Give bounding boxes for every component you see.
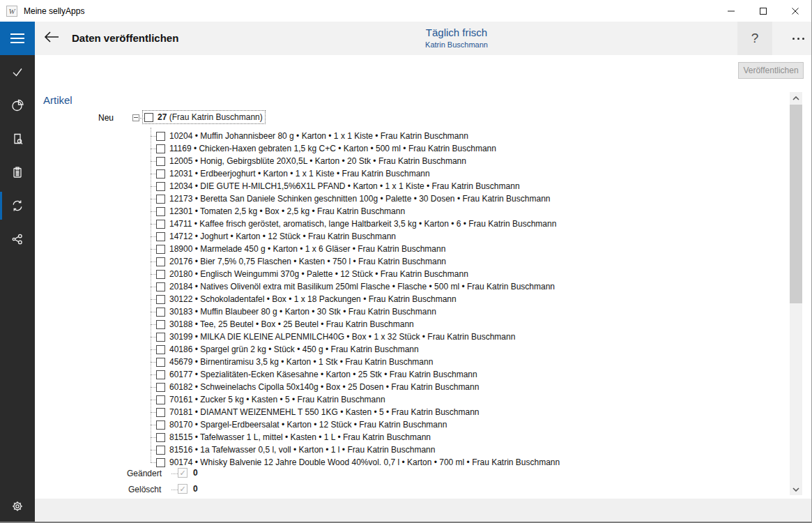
- article-checkbox[interactable]: [156, 132, 165, 141]
- article-checkbox[interactable]: [156, 320, 165, 329]
- article-row[interactable]: 30199 • MILKA DIE KLEINE ALPENMILCH40G •…: [70, 331, 560, 343]
- article-checkbox[interactable]: [156, 408, 165, 417]
- ellipsis-icon: [792, 38, 795, 40]
- publish-button[interactable]: Veröffentlichen: [738, 62, 804, 79]
- root-checkbox[interactable]: [144, 113, 153, 122]
- article-checkbox[interactable]: [156, 232, 165, 241]
- scroll-up-button[interactable]: [790, 92, 802, 104]
- article-label: 60177 • Spezialitäten-Ecken Käsesahne • …: [169, 370, 477, 379]
- article-row[interactable]: 12031 • Erdbeerjoghurt • Karton • 1 x 1 …: [70, 167, 560, 180]
- article-label: 10204 • Muffin Johannisbeer 80 g • Karto…: [169, 131, 468, 141]
- scroll-down-button[interactable]: [790, 483, 802, 495]
- article-label: 90174 • Whisky Balvenie 12 Jahre Double …: [169, 457, 560, 467]
- sidebar-item-tasks[interactable]: [0, 55, 35, 89]
- context-title: Täglich frisch: [380, 26, 533, 40]
- sidebar-item-statistics[interactable]: [0, 89, 35, 122]
- article-checkbox[interactable]: [156, 207, 165, 216]
- article-checkbox[interactable]: [156, 195, 165, 204]
- article-label: 12034 • DIE GUTE H-MILCH1,5%6X1L PFAND •…: [169, 181, 520, 191]
- article-checkbox[interactable]: [156, 345, 165, 354]
- article-checkbox[interactable]: [156, 220, 165, 229]
- article-checkbox[interactable]: [156, 182, 165, 191]
- article-row[interactable]: 30122 • Schokoladentafel • Box • 1 x 18 …: [70, 293, 560, 305]
- article-label: 14712 • Joghurt • Karton • 12 Stück • Fr…: [169, 232, 396, 241]
- article-checkbox[interactable]: [156, 395, 165, 404]
- article-row[interactable]: 40186 • Spargel grün 2 kg • Stück • 450 …: [70, 343, 560, 356]
- sidebar-item-reports[interactable]: [0, 122, 35, 156]
- article-row[interactable]: 20180 • Englisch Weingummi 370g • Palett…: [70, 268, 560, 280]
- article-checkbox[interactable]: [156, 270, 165, 279]
- minimize-button[interactable]: [715, 0, 747, 22]
- article-row[interactable]: 20184 • Natives Olivenöl extra mit Basil…: [70, 280, 560, 293]
- article-checkbox[interactable]: [156, 144, 165, 153]
- article-row[interactable]: 80170 • Spargel-Erdbeersalat • Karton • …: [70, 418, 560, 431]
- article-checkbox[interactable]: [156, 446, 165, 455]
- article-row[interactable]: 14711 • Kaffee frisch geröstet, aromatis…: [70, 218, 560, 230]
- report-search-icon: [10, 132, 24, 146]
- article-row[interactable]: 60182 • Schweinelachs Cipolla 50x140g • …: [70, 381, 560, 393]
- clipboard-icon: [10, 165, 24, 179]
- article-checkbox[interactable]: [156, 257, 165, 266]
- article-checkbox[interactable]: [156, 333, 165, 342]
- article-label: 14711 • Kaffee frisch geröstet, aromatis…: [169, 219, 556, 229]
- sidebar-item-sync[interactable]: [0, 189, 35, 222]
- article-row[interactable]: 12173 • Beretta San Daniele Schinken ges…: [70, 192, 560, 205]
- context-block: Täglich frisch Katrin Buschmann: [380, 26, 533, 50]
- article-row[interactable]: 81515 • Tafelwasser 1 L, mittel • Kasten…: [70, 431, 560, 444]
- article-row[interactable]: 12034 • DIE GUTE H-MILCH1,5%6X1L PFAND •…: [70, 180, 560, 192]
- article-label: 70161 • Zucker 5 kg • Kasten • 5 • Frau …: [169, 395, 385, 404]
- sidebar-item-share[interactable]: [0, 222, 35, 256]
- article-row[interactable]: 12005 • Honig, Gebirgsblüte 20X0,5L • Ka…: [70, 155, 560, 167]
- vertical-scrollbar[interactable]: [790, 92, 802, 495]
- maximize-icon: [759, 7, 767, 15]
- article-row[interactable]: 70161 • Zucker 5 kg • Kasten • 5 • Frau …: [70, 393, 560, 406]
- help-button[interactable]: ?: [737, 22, 772, 55]
- article-checkbox[interactable]: [156, 157, 165, 166]
- close-button[interactable]: [779, 0, 811, 22]
- scrollbar-thumb[interactable]: [790, 105, 802, 303]
- article-label: 40186 • Spargel grün 2 kg • Stück • 450 …: [169, 344, 419, 354]
- sidebar-item-settings[interactable]: [0, 490, 35, 523]
- article-checkbox[interactable]: [156, 282, 165, 291]
- article-checkbox[interactable]: [156, 245, 165, 254]
- article-checkbox[interactable]: [156, 383, 165, 392]
- article-row[interactable]: 20176 • Bier 7,5% 0,75 Flaschen • Kasten…: [70, 255, 560, 268]
- tree-collapse-toggle[interactable]: [132, 114, 139, 121]
- main-content: Veröffentlichen Artikel Neu 27 (Frau Kat…: [35, 55, 812, 499]
- sync-icon: [10, 199, 24, 213]
- article-label: 12301 • Tomaten 2,5 kg • Box • 2,5 kg • …: [169, 206, 405, 216]
- deleted-label: Gelöscht: [128, 485, 161, 494]
- article-checkbox[interactable]: [156, 370, 165, 379]
- article-row[interactable]: 90174 • Whisky Balvenie 12 Jahre Double …: [70, 456, 560, 469]
- article-checkbox[interactable]: [156, 295, 165, 304]
- article-checkbox[interactable]: [156, 420, 165, 430]
- sidebar-item-orders[interactable]: [0, 156, 35, 189]
- article-row[interactable]: 81516 • 1a Tafelwasser 0,5 l, voll • Kar…: [70, 444, 560, 456]
- article-row[interactable]: 45679 • Birnentiramisu 3,5 kg • Karton •…: [70, 356, 560, 368]
- article-checkbox[interactable]: [156, 458, 165, 467]
- article-row[interactable]: 11169 • Chicken-Haxen gebraten 1,5 kg C+…: [70, 142, 560, 155]
- tree-connector: [171, 490, 178, 490]
- article-row[interactable]: 70181 • DIAMANT WEIZENMEHL T 550 1KG • K…: [70, 406, 560, 418]
- article-row[interactable]: 30188 • Tee, 25 Beutel • Box • 25 Beutel…: [70, 318, 560, 331]
- article-row[interactable]: 10204 • Muffin Johannisbeer 80 g • Karto…: [70, 130, 560, 142]
- back-button[interactable]: [43, 31, 61, 46]
- article-checkbox[interactable]: [156, 358, 165, 367]
- article-label: 30122 • Schokoladentafel • Box • 1 x 18 …: [169, 294, 457, 304]
- article-row[interactable]: 14712 • Joghurt • Karton • 12 Stück • Fr…: [70, 230, 560, 243]
- hamburger-menu-button[interactable]: [0, 22, 35, 55]
- maximize-button[interactable]: [747, 0, 779, 22]
- article-label: 30188 • Tee, 25 Beutel • Box • 25 Beutel…: [169, 319, 414, 329]
- chevron-up-icon: [792, 96, 799, 100]
- article-row[interactable]: 18900 • Marmelade 450 g • Karton • 1 x 6…: [70, 243, 560, 255]
- article-row[interactable]: 12301 • Tomaten 2,5 kg • Box • 2,5 kg • …: [70, 205, 560, 218]
- article-label: 45679 • Birnentiramisu 3,5 kg • Karton •…: [169, 357, 433, 367]
- article-checkbox[interactable]: [156, 433, 165, 442]
- more-button[interactable]: [782, 22, 812, 55]
- article-row[interactable]: 30183 • Muffin Blaubeer 80 g • Karton • …: [70, 305, 560, 318]
- article-checkbox[interactable]: [156, 308, 165, 317]
- tree-root-node[interactable]: 27 (Frau Katrin Buschmann): [142, 110, 266, 124]
- app-logo-icon: W: [6, 6, 17, 17]
- article-row[interactable]: 60177 • Spezialitäten-Ecken Käsesahne • …: [70, 368, 560, 381]
- article-checkbox[interactable]: [156, 169, 165, 179]
